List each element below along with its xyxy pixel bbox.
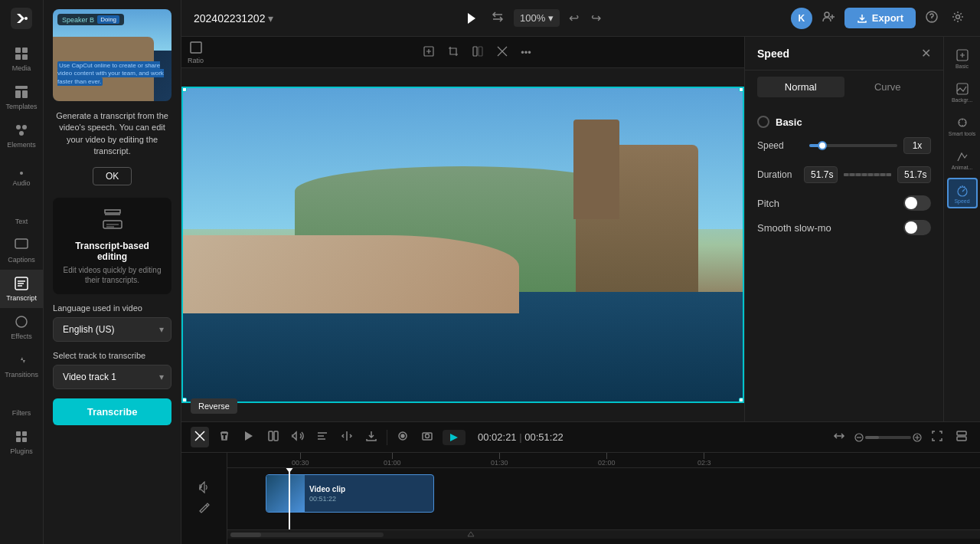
tl-fullscreen-button[interactable] <box>928 427 946 447</box>
tl-split-button[interactable] <box>264 427 283 447</box>
transcribe-button[interactable]: Transcribe <box>53 398 172 425</box>
play-controls[interactable] <box>443 430 466 445</box>
resize-handle-tl[interactable] <box>181 87 187 92</box>
tl-play-button[interactable] <box>240 427 258 447</box>
sidebar-item-audio[interactable]: Audio <box>0 155 43 193</box>
panel-preview: Speaker B Doing Use CapCut online to cre… <box>53 9 172 101</box>
tl-more-button[interactable] <box>313 427 332 447</box>
svg-rect-3 <box>22 48 28 53</box>
svg-rect-4 <box>15 54 21 60</box>
language-label: Language used in video <box>53 303 172 313</box>
sidebar-item-captions[interactable]: Captions <box>0 231 43 270</box>
resize-handle-tr[interactable] <box>739 87 744 92</box>
play-button[interactable] <box>460 8 482 29</box>
timeline-ruler: 00:30 01:00 01:30 02:00 <box>227 453 980 468</box>
duration-label: Duration <box>757 169 798 180</box>
svg-rect-19 <box>22 437 27 442</box>
sidebar-item-effects[interactable]: Effects <box>0 308 43 346</box>
sidebar-item-elements[interactable]: Elements <box>0 116 43 155</box>
expand-icon[interactable] <box>418 42 439 63</box>
video-clip[interactable]: Video clip 00:51:22 <box>266 474 434 513</box>
playhead[interactable] <box>289 468 290 529</box>
sidebar-item-filters[interactable]: Filters <box>0 385 43 423</box>
rs-background[interactable]: Backgr... <box>947 77 978 107</box>
ratio-button[interactable]: Ratio <box>181 37 210 67</box>
resize-handle-br[interactable] <box>739 398 744 403</box>
svg-marker-45 <box>468 532 474 536</box>
timeline-toolbar: Reverse <box>181 422 980 453</box>
speed-value: 1x <box>903 137 931 154</box>
tl-zoom-in-button[interactable] <box>830 427 848 447</box>
sidebar-item-transitions[interactable]: Transitions <box>0 346 43 385</box>
smooth-toggle[interactable] <box>903 220 931 235</box>
sidebar-item-transcript[interactable]: Transcript <box>0 270 43 308</box>
tl-edit-button[interactable] <box>198 502 211 516</box>
language-select[interactable]: English (US) <box>53 317 172 342</box>
svg-rect-28 <box>479 47 482 56</box>
timeline-scrollbar[interactable] <box>227 529 980 539</box>
tl-cut-button[interactable]: Reverse <box>191 427 209 447</box>
svg-rect-43 <box>957 431 966 435</box>
export-button[interactable]: Export <box>844 8 916 28</box>
close-speed-panel-button[interactable]: ✕ <box>921 46 931 61</box>
rs-basic[interactable]: Basic <box>947 43 978 74</box>
crop-icon[interactable] <box>443 42 464 63</box>
left-panel: Speaker B Doing Use CapCut online to cre… <box>44 0 181 544</box>
svg-rect-2 <box>15 48 21 53</box>
svg-rect-7 <box>15 90 21 98</box>
ruler-mark-100: 01:00 <box>384 453 401 467</box>
resize-handle-bl[interactable] <box>181 398 187 403</box>
add-user-button[interactable] <box>818 7 838 30</box>
zoom-slider[interactable] <box>854 433 922 442</box>
canvas-content: ↻ <box>181 68 744 421</box>
rs-speed[interactable]: Speed <box>947 178 978 208</box>
section-radio[interactable] <box>757 116 769 128</box>
sidebar-item-plugins[interactable]: Plugins <box>0 423 43 461</box>
timeline-content: 00:30 01:00 01:30 02:00 <box>181 453 980 544</box>
flip-icon[interactable] <box>467 42 488 63</box>
zoom-control[interactable]: 100% ▾ <box>514 9 560 27</box>
svg-point-10 <box>22 125 27 129</box>
tab-curve[interactable]: Curve <box>844 77 932 97</box>
ok-button[interactable]: OK <box>93 167 132 185</box>
clip-title: Video clip <box>309 485 345 493</box>
pitch-label: Pitch <box>757 198 779 209</box>
svg-rect-18 <box>16 437 21 442</box>
speed-slider-thumb[interactable] <box>818 141 827 150</box>
redo-button[interactable]: ↪ <box>588 8 604 28</box>
pitch-toggle[interactable] <box>903 195 931 211</box>
rs-animate[interactable]: Animat... <box>947 144 978 175</box>
speed-tabs: Normal Curve <box>745 70 943 103</box>
transform-icon[interactable] <box>492 42 513 63</box>
scroll-thumb[interactable] <box>230 533 261 537</box>
loop-button[interactable] <box>488 7 508 30</box>
tl-delete-button[interactable] <box>215 427 234 447</box>
more-options-button[interactable]: ••• <box>516 44 536 61</box>
undo-button[interactable]: ↩ <box>566 8 582 28</box>
timeline-left-controls <box>181 453 227 544</box>
sidebar-item-text[interactable]: Text <box>0 193 43 231</box>
tab-normal[interactable]: Normal <box>757 77 844 97</box>
svg-marker-33 <box>245 431 253 441</box>
tl-camera-button[interactable] <box>418 427 436 447</box>
tl-trim-button[interactable] <box>338 427 356 447</box>
help-button[interactable] <box>922 7 942 30</box>
sidebar-item-media[interactable]: Media <box>0 40 43 78</box>
speed-slider[interactable] <box>809 144 897 147</box>
svg-marker-21 <box>468 13 475 24</box>
track-select[interactable]: Video track 1 <box>53 365 172 389</box>
duration-slider[interactable] <box>844 173 891 176</box>
tl-download-button[interactable] <box>362 427 381 447</box>
rs-smart-tools[interactable]: Smart tools <box>947 110 978 141</box>
tl-audio-button[interactable] <box>289 427 307 447</box>
svg-rect-6 <box>15 86 28 89</box>
settings-button[interactable] <box>948 7 968 30</box>
canvas-toolbar-center: ••• <box>210 37 744 67</box>
dropdown-icon[interactable]: ▾ <box>268 12 273 25</box>
sidebar-item-templates[interactable]: Templates <box>0 78 43 116</box>
svg-point-22 <box>825 12 829 17</box>
tl-volume-button[interactable] <box>198 481 211 496</box>
tl-layout-button[interactable] <box>952 427 971 447</box>
tl-record-button[interactable] <box>394 427 412 447</box>
left-sidebar: Media Templates Elements Audio Text Capt… <box>0 0 44 544</box>
